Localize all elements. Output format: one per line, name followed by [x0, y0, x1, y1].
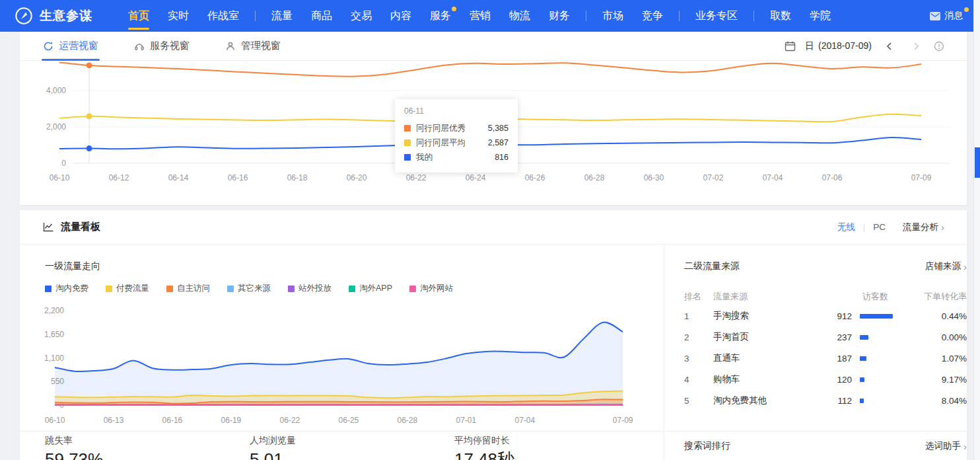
nav-item-label: 业务专区 — [695, 10, 738, 21]
svg-text:06-22: 06-22 — [280, 416, 300, 425]
visitors-bar — [860, 377, 864, 382]
tab-person-view[interactable]: 管理视窗 — [225, 32, 281, 61]
toggle-wireless[interactable]: 无线 — [837, 221, 855, 233]
nav-item-label: 实时 — [168, 10, 189, 21]
notification-dot — [452, 7, 456, 11]
legend-item[interactable]: 淘外网站 — [409, 283, 453, 294]
nav-divider — [586, 11, 586, 21]
legend-item[interactable]: 淘外APP — [349, 283, 392, 294]
nav-item[interactable]: 服务 — [421, 0, 460, 32]
tooltip-date: 06-11 — [404, 106, 508, 116]
traffic-board-title: 流量看板 — [43, 221, 100, 233]
tooltip-series-value: 5,385 — [488, 124, 508, 133]
line-chart-icon — [43, 222, 54, 232]
visitors-cell: 187 — [812, 354, 852, 364]
svg-text:07-01: 07-01 — [456, 416, 477, 425]
svg-text:06-25: 06-25 — [339, 416, 359, 425]
svg-text:06-16: 06-16 — [228, 173, 248, 182]
legend-item[interactable]: 其它来源 — [227, 283, 271, 294]
legend-label: 其它来源 — [238, 283, 271, 294]
tab-headset-view[interactable]: 服务视窗 — [134, 32, 190, 61]
traffic-board-card: 流量看板 无线|PC 流量分析 › 一级流量走向 淘内免费付费流量自主访问其它来… — [20, 210, 967, 460]
stat-label: 平均停留时长 — [454, 435, 514, 447]
nav-item-label: 取数 — [770, 10, 791, 21]
table-row[interactable]: 1手淘搜索9120.44% — [684, 305, 967, 326]
nav-item[interactable]: 商品 — [302, 0, 341, 32]
date-picker[interactable]: 日 (2018-07-09) — [805, 40, 872, 52]
nav-item-label: 市场 — [602, 10, 623, 21]
scrollbar-thumb[interactable] — [975, 147, 980, 178]
nav-item[interactable]: 首页 — [119, 0, 158, 32]
visitors-cell: 912 — [812, 311, 852, 321]
chevron-right-icon: › — [963, 441, 967, 451]
nav-item[interactable]: 实时 — [158, 0, 198, 32]
svg-text:06-26: 06-26 — [525, 173, 545, 182]
nav-item[interactable]: 作战室 — [198, 0, 248, 32]
nav-divider — [753, 11, 754, 21]
calendar-icon[interactable] — [785, 41, 796, 52]
page-scrollbar[interactable] — [973, 0, 980, 460]
svg-text:1,100: 1,100 — [44, 354, 64, 363]
nav-item-label: 内容 — [390, 10, 411, 21]
sync-icon — [43, 41, 53, 52]
word-helper-link[interactable]: 选词助手 › — [925, 440, 967, 452]
nav-item[interactable]: 财务 — [540, 0, 579, 32]
source-name-cell: 淘内免费其他 — [713, 395, 812, 406]
column-header: 访客数 — [812, 291, 888, 303]
svg-text:06-18: 06-18 — [287, 173, 308, 182]
nav-item[interactable]: 物流 — [500, 0, 540, 32]
next-day-button[interactable] — [907, 42, 925, 51]
source-table: 排名流量来源访客数下单转化率 1手淘搜索9120.44%2手淘首页2370.00… — [684, 288, 967, 411]
nav-item[interactable]: 流量 — [262, 0, 302, 32]
tab-label: 管理视窗 — [241, 40, 281, 52]
legend-item[interactable]: 淘内免费 — [45, 283, 88, 294]
legend-item[interactable]: 自主访问 — [166, 283, 210, 294]
tooltip-rows: 同行同层优秀5,385同行同层平均2,587我的816 — [404, 121, 508, 165]
table-row[interactable]: 4购物车1209.17% — [684, 369, 967, 390]
visitors-bar — [860, 399, 864, 403]
visitors-bar-cell — [852, 335, 911, 340]
tooltip-row: 同行同层优秀5,385 — [404, 121, 508, 135]
nav-item[interactable]: 内容 — [381, 0, 421, 32]
brand[interactable]: 生意参谋 — [15, 7, 92, 25]
nav-item[interactable]: 学院 — [800, 0, 840, 32]
rank-cell: 3 — [684, 354, 713, 364]
tab-label: 服务视窗 — [150, 40, 190, 52]
source-name-cell: 购物车 — [713, 373, 812, 385]
stat-block: 跳失率59.73% — [45, 435, 103, 460]
date-value: (2018-07-09) — [818, 40, 872, 52]
table-row[interactable]: 3直通车1871.07% — [684, 348, 967, 369]
legend-item[interactable]: 站外投放 — [288, 283, 332, 294]
legend-label: 付费流量 — [116, 283, 149, 294]
messages-button[interactable]: 消息 — [930, 10, 963, 22]
prev-day-button[interactable] — [881, 42, 898, 51]
nav-item[interactable]: 营销 — [460, 0, 500, 32]
nav-item[interactable]: 市场 — [593, 0, 633, 32]
shop-source-link[interactable]: 店铺来源 › — [925, 260, 967, 272]
table-row[interactable]: 5淘内免费其他1128.04% — [684, 390, 967, 411]
legend-color-swatch — [349, 286, 355, 292]
nav-item[interactable]: 竞争 — [633, 0, 672, 32]
nav-item[interactable]: 取数 — [761, 0, 800, 32]
series-color-swatch — [404, 139, 411, 146]
nav-item-label: 竞争 — [642, 10, 663, 21]
info-icon[interactable] — [934, 41, 944, 52]
traffic-analysis-label: 流量分析 — [903, 221, 938, 233]
toggle-separator: | — [863, 222, 866, 232]
svg-text:06-10: 06-10 — [50, 173, 70, 182]
nav-item-label: 财务 — [549, 10, 570, 21]
svg-text:06-12: 06-12 — [109, 173, 129, 182]
flow-trend-chart[interactable]: 05501,1001,6502,20006-1006-1306-1606-190… — [20, 303, 660, 428]
visitors-bar — [860, 335, 868, 340]
toggle-pc[interactable]: PC — [873, 222, 886, 232]
traffic-analysis-link[interactable]: 流量分析 › — [903, 221, 944, 233]
nav-item[interactable]: 交易 — [341, 0, 381, 32]
nav-item[interactable]: 业务专区 — [686, 0, 747, 32]
nav-item-label: 首页 — [128, 10, 149, 21]
conversion-rate-cell: 1.07% — [911, 354, 967, 364]
table-row[interactable]: 2手淘首页2370.00% — [684, 326, 967, 348]
legend-color-swatch — [166, 286, 173, 292]
tab-sync-view[interactable]: 运营视窗 — [43, 32, 98, 61]
legend-item[interactable]: 付费流量 — [106, 283, 149, 294]
stat-value: 59.73% — [45, 449, 103, 460]
